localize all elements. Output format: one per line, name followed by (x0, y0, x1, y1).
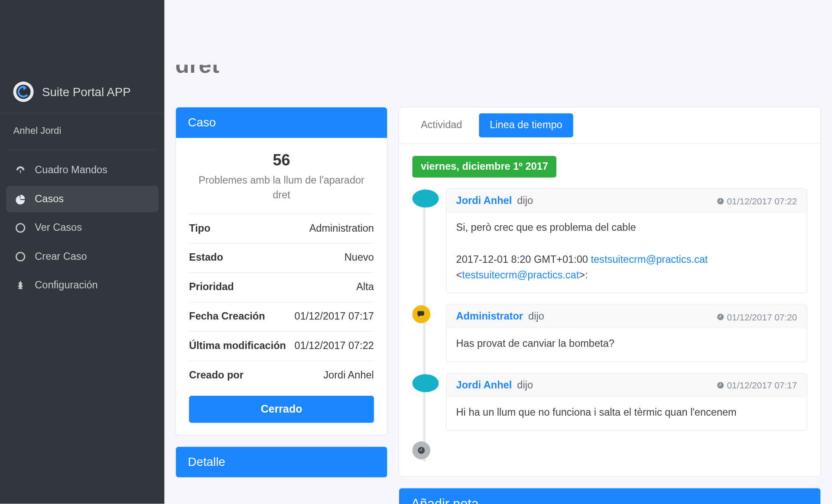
dashboard-icon (14, 165, 26, 176)
sidebar-item-label: Crear Caso (35, 251, 87, 263)
brand-title: Suite Portal APP (42, 85, 131, 99)
sidebar-item-cases[interactable]: Casos (6, 186, 159, 212)
timeline-author[interactable]: Administrator (456, 311, 523, 322)
sidebar-item-view-cases[interactable]: Ver Casos (6, 215, 159, 241)
detail-card-header: Detalle (176, 447, 387, 478)
kv-label: Estado (189, 252, 223, 264)
timeline-item: Jordi Anhel dijo 01/12/2017 07:22 (446, 188, 807, 294)
user-icon (412, 374, 439, 392)
timeline-said: dijo (517, 195, 533, 206)
timeline-entry-body: Has provat de canviar la bombeta? (446, 329, 806, 361)
column-right: Actividad Linea de tiempo viernes, dicie… (399, 0, 821, 504)
sidebar-divider (6, 149, 159, 150)
pie-icon (14, 194, 26, 204)
timeline-said: dijo (517, 379, 533, 391)
kv-value: 01/12/2017 07:22 (295, 340, 374, 352)
kv-label: Tipo (189, 223, 210, 235)
clock-icon (717, 313, 725, 321)
sidebar-item-settings[interactable]: Configuración (6, 272, 159, 299)
kv-value: Administration (309, 223, 374, 235)
tree-icon (14, 280, 26, 291)
sidebar-item-create-case[interactable]: Crear Caso (6, 243, 159, 270)
sidebar: Suite Portal APP Anhel Jordi Cuadro Mand… (0, 0, 164, 504)
row-modified: Última modificación 01/12/2017 07:22 (189, 331, 374, 361)
clock-icon (717, 381, 725, 389)
timeline-author-wrap: Jordi Anhel dijo (456, 379, 533, 391)
tabs: Actividad Linea de tiempo (399, 107, 820, 144)
timeline-author-wrap: Administrator dijo (456, 311, 544, 323)
clock-icon (717, 197, 725, 205)
timeline-entry: Jordi Anhel dijo 01/12/2017 07:17 Hi ha … (446, 373, 807, 430)
kv-value: Nuevo (344, 252, 374, 264)
detail-card: Detalle (175, 446, 387, 478)
timeline-text: < (456, 269, 462, 281)
kv-value: 01/12/2017 07:17 (295, 311, 374, 323)
clock-icon (412, 441, 430, 459)
email-link[interactable]: testsuitecrm@practics.cat (462, 269, 579, 281)
app-root: Suite Portal APP Anhel Jordi Cuadro Mand… (0, 0, 832, 504)
circle-o-icon (14, 252, 26, 262)
sidebar-item-label: Casos (35, 193, 64, 205)
kv-value: Alta (356, 281, 374, 294)
timeline-time-text: 01/12/2017 07:17 (727, 380, 797, 391)
close-case-button[interactable]: Cerrado (189, 396, 374, 423)
brand-logo-icon (13, 81, 33, 102)
kv-label: Última modificación (189, 340, 286, 352)
row-creator: Creado por Jordi Anhel (189, 361, 374, 390)
timeline-item: Jordi Anhel dijo 01/12/2017 07:17 Hi ha … (446, 373, 807, 430)
kv-label: Fecha Creación (189, 311, 265, 323)
sidebar-item-label: Cuadro Mandos (35, 164, 107, 176)
kv-label: Prioridad (189, 281, 234, 294)
timeline-card: Actividad Linea de tiempo viernes, dicie… (399, 107, 821, 477)
comments-icon (412, 305, 430, 323)
timeline-text: >: (579, 269, 588, 281)
timeline-author-wrap: Jordi Anhel dijo (456, 195, 533, 207)
row-status: Estado Nuevo (189, 243, 374, 272)
timeline-author[interactable]: Jordi Anhel (456, 195, 512, 206)
tab-activity[interactable]: Actividad (410, 113, 473, 137)
timeline-entry-body: Si, però crec que es problema del cable … (446, 213, 806, 293)
timeline-entry-header: Jordi Anhel dijo 01/12/2017 07:22 (446, 189, 806, 213)
timeline-body: viernes, diciembre 1º 2017 Jordi Anhel (399, 144, 820, 476)
case-card: Caso 56 Problemes amb la llum de l'apara… (175, 107, 387, 436)
case-card-body: 56 Problemes amb la llum de l'aparador d… (176, 138, 387, 435)
case-title: Problemes amb la llum de l'aparador dret (189, 173, 374, 203)
timeline-entry-header: Administrator dijo 01/12/2017 07:20 (446, 305, 806, 329)
timeline-said: dijo (528, 311, 544, 322)
sidebar-item-label: Configuración (35, 279, 98, 291)
timeline-entry-body: Hi ha un llum que no funciona i salta el… (446, 397, 806, 430)
timeline-text: Si, però crec que es problema del cable (456, 220, 797, 236)
row-priority: Prioridad Alta (189, 272, 374, 302)
add-note-card: Añadir nota (399, 488, 821, 504)
sidebar-user-name[interactable]: Anhel Jordi (0, 120, 164, 147)
sidebar-nav: Cuadro Mandos Casos Ver Casos Crear Caso (0, 157, 164, 299)
timeline-end (446, 441, 807, 462)
timeline-entry: Administrator dijo 01/12/2017 07:20 Has … (446, 304, 807, 362)
sidebar-item-dashboard[interactable]: Cuadro Mandos (6, 157, 159, 184)
timeline-entry: Jordi Anhel dijo 01/12/2017 07:22 (446, 188, 807, 294)
timeline-date-badge: viernes, diciembre 1º 2017 (412, 156, 556, 178)
tab-timeline[interactable]: Linea de tiempo (479, 113, 573, 137)
main-content: dret Caso 56 Problemes amb la llum de l'… (164, 0, 832, 504)
timeline-time-text: 01/12/2017 07:22 (727, 196, 797, 206)
timeline-item: Administrator dijo 01/12/2017 07:20 Has … (446, 304, 807, 362)
circle-o-icon (14, 223, 26, 233)
timeline-time: 01/12/2017 07:20 (717, 312, 797, 322)
timeline-time: 01/12/2017 07:22 (717, 196, 797, 206)
page-title: dret (175, 65, 219, 83)
timeline-text: 2017-12-01 8:20 GMT+01:00 (456, 253, 591, 265)
user-icon (412, 190, 439, 208)
add-note-header: Añadir nota (399, 488, 820, 504)
case-number: 56 (189, 151, 374, 170)
case-card-header: Caso (176, 107, 387, 138)
timeline-entry-header: Jordi Anhel dijo 01/12/2017 07:17 (446, 373, 806, 397)
row-created: Fecha Creación 01/12/2017 07:17 (189, 302, 374, 331)
timeline-time-text: 01/12/2017 07:20 (727, 312, 797, 322)
kv-value: Jordi Anhel (323, 370, 374, 382)
email-link[interactable]: testsuitecrm@practics.cat (591, 253, 708, 265)
timeline-author[interactable]: Jordi Anhel (456, 379, 512, 391)
kv-label: Creado por (189, 370, 244, 382)
brand: Suite Portal APP (0, 81, 164, 113)
sidebar-item-label: Ver Casos (35, 222, 82, 234)
timeline-time: 01/12/2017 07:17 (717, 380, 797, 391)
